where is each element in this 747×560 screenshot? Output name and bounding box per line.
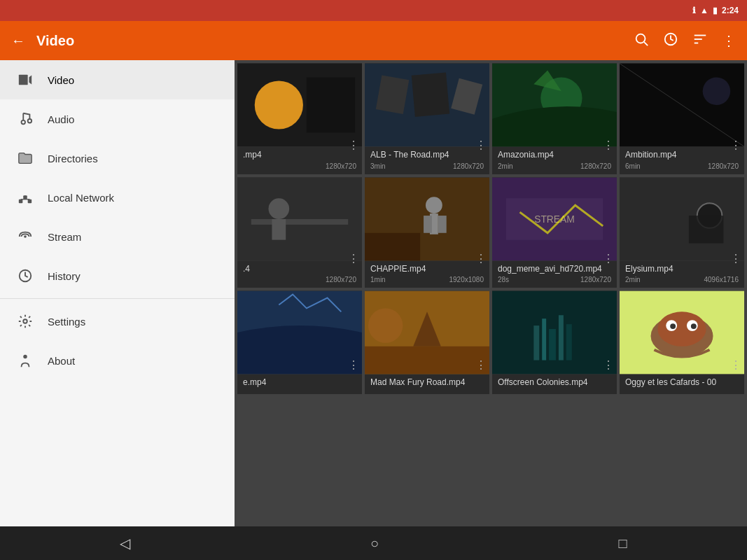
- nav-recent-button[interactable]: □: [619, 536, 627, 552]
- video-duration: 1min: [370, 276, 386, 284]
- video-more-button[interactable]: ⋮: [603, 139, 614, 152]
- svg-rect-22: [376, 75, 410, 114]
- video-card[interactable]: CHAPPIE.mp41min1920x1080⋮: [365, 177, 489, 288]
- status-bar: ℹ ▲ ▮ 2:24: [0, 0, 747, 21]
- video-thumbnail: [365, 290, 489, 374]
- nav-home-button[interactable]: ○: [370, 536, 379, 552]
- video-more-button[interactable]: ⋮: [603, 358, 614, 372]
- svg-point-56: [657, 312, 706, 346]
- video-resolution: 1280x720: [326, 162, 356, 170]
- video-thumbnail: [237, 290, 362, 374]
- video-resolution: 1280x720: [453, 162, 484, 170]
- svg-rect-38: [438, 216, 447, 233]
- video-card[interactable]: Amazonia.mp42min1280x720⋮: [492, 63, 617, 174]
- video-more-button[interactable]: ⋮: [730, 252, 741, 265]
- video-title: Oggy et les Cafards - 00: [625, 377, 739, 388]
- nav-back-button[interactable]: ◁: [120, 535, 130, 552]
- svg-line-1: [644, 42, 648, 46]
- sidebar: Video Audio Directories Local Network St: [0, 60, 235, 526]
- video-resolution: 1920x1080: [449, 276, 484, 284]
- video-card[interactable]: .41280x720⋮: [237, 177, 362, 288]
- video-card[interactable]: .mp41280x720⋮: [237, 63, 362, 174]
- video-card[interactable]: Elysium.mp42min4096x1716⋮: [620, 177, 744, 288]
- bottom-nav: ◁ ○ □: [0, 526, 747, 560]
- sidebar-item-local-network[interactable]: Local Network: [0, 178, 235, 217]
- svg-rect-37: [424, 216, 432, 233]
- history-button[interactable]: [663, 31, 678, 50]
- svg-rect-8: [19, 200, 22, 204]
- svg-point-35: [426, 197, 442, 214]
- video-more-button[interactable]: ⋮: [730, 139, 741, 152]
- svg-rect-41: [620, 177, 744, 260]
- svg-rect-20: [307, 77, 355, 132]
- svg-rect-52: [559, 315, 564, 360]
- video-thumbnail: [492, 63, 617, 147]
- video-card[interactable]: e.mp4⋮: [237, 290, 362, 394]
- video-card[interactable]: Offscreen Colonies.mp4⋮: [492, 290, 617, 394]
- video-title: Offscreen Colonies.mp4: [498, 377, 611, 388]
- sidebar-label-local-network: Local Network: [48, 192, 114, 204]
- video-resolution: 1280x720: [326, 276, 356, 284]
- sidebar-label-history: History: [48, 270, 81, 282]
- sidebar-item-about[interactable]: About: [0, 341, 235, 380]
- video-title: Ambition.mp4: [625, 150, 739, 161]
- svg-rect-43: [689, 216, 723, 244]
- svg-point-60: [691, 323, 697, 329]
- battery-icon: ▮: [713, 6, 718, 15]
- video-title: CHAPPIE.mp4: [370, 264, 484, 275]
- video-more-button[interactable]: ⋮: [348, 139, 359, 152]
- sort-button[interactable]: [692, 31, 708, 50]
- sidebar-item-stream[interactable]: Stream: [0, 217, 235, 256]
- video-thumbnail: [492, 290, 617, 374]
- video-thumbnail: [620, 177, 744, 261]
- video-thumbnail: [620, 63, 744, 147]
- video-more-button[interactable]: ⋮: [475, 252, 487, 265]
- video-more-button[interactable]: ⋮: [603, 252, 614, 265]
- svg-point-14: [24, 235, 27, 238]
- video-more-button[interactable]: ⋮: [475, 358, 487, 372]
- video-title: Elysium.mp4: [625, 264, 739, 275]
- sidebar-label-audio: Audio: [48, 113, 74, 125]
- svg-point-59: [670, 323, 676, 329]
- search-button[interactable]: [634, 31, 649, 50]
- status-icons: ℹ ▲ ▮ 2:24: [692, 6, 739, 15]
- video-thumbnail: [365, 177, 489, 261]
- svg-point-31: [269, 198, 290, 219]
- video-icon: [17, 71, 34, 88]
- time: 2:24: [722, 6, 739, 15]
- app-bar-actions: ⋮: [634, 31, 736, 50]
- svg-rect-51: [549, 329, 556, 360]
- svg-rect-6: [19, 75, 28, 85]
- sidebar-item-history[interactable]: History: [0, 256, 235, 295]
- sidebar-item-directories[interactable]: Directories: [0, 139, 235, 178]
- sidebar-item-video[interactable]: Video: [0, 60, 235, 99]
- sidebar-item-settings[interactable]: Settings: [0, 302, 235, 341]
- video-more-button[interactable]: ⋮: [730, 358, 741, 372]
- sidebar-item-audio[interactable]: Audio: [0, 99, 235, 139]
- video-resolution: 4096x1716: [704, 276, 739, 284]
- content-area: .mp41280x720⋮ALB - The Road.mp43min1280x…: [235, 60, 747, 526]
- svg-rect-34: [365, 232, 420, 260]
- video-thumbnail: [237, 177, 362, 261]
- video-card[interactable]: ALB - The Road.mp43min1280x720⋮: [365, 63, 489, 174]
- video-card[interactable]: STREAMdog_meme_avi_hd720.mp428s1280x720⋮: [492, 177, 617, 288]
- video-thumbnail: STREAM: [492, 177, 617, 261]
- folder-icon: [17, 150, 34, 167]
- video-duration: 3min: [370, 162, 386, 170]
- video-grid: .mp41280x720⋮ALB - The Road.mp43min1280x…: [237, 63, 744, 394]
- video-more-button[interactable]: ⋮: [348, 252, 359, 265]
- svg-rect-32: [272, 219, 286, 240]
- svg-rect-50: [542, 318, 546, 360]
- video-more-button[interactable]: ⋮: [475, 139, 487, 152]
- video-card[interactable]: Ambition.mp46min1280x720⋮: [620, 63, 744, 174]
- svg-marker-7: [29, 76, 32, 85]
- video-resolution: 1280x720: [580, 276, 611, 284]
- wifi-icon: ▲: [700, 6, 708, 15]
- back-button[interactable]: ←: [11, 33, 25, 49]
- video-more-button[interactable]: ⋮: [348, 358, 359, 372]
- video-card[interactable]: Oggy et les Cafards - 00⋮: [620, 290, 744, 394]
- video-card[interactable]: Mad Max Fury Road.mp4⋮: [365, 290, 489, 394]
- history-nav-icon: [17, 267, 34, 284]
- more-button[interactable]: ⋮: [722, 32, 736, 49]
- sidebar-label-about: About: [48, 355, 75, 367]
